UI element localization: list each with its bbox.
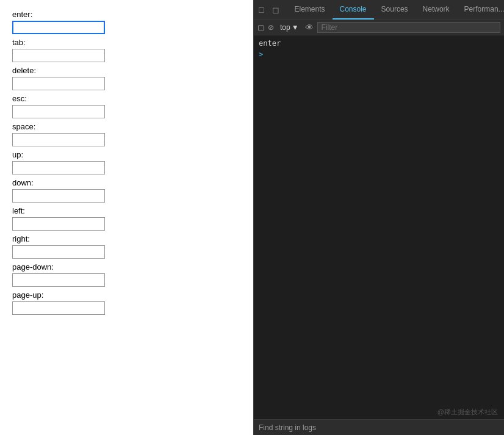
eye-icon[interactable]: 👁 <box>305 23 314 32</box>
filter-input[interactable] <box>317 22 500 33</box>
console-toolbar: ▢ ⊘ top ▼ 👁 <box>254 20 504 35</box>
find-bar-text: Find string in logs <box>259 423 316 432</box>
devtools-tabs: ElementsConsoleSourcesNetworkPerforman..… <box>287 0 504 20</box>
console-prompt-line: > <box>259 49 499 60</box>
field-label-enter: enter: <box>12 10 241 19</box>
field-label-page-down: page-down: <box>12 262 241 271</box>
devtools-toolbar: □ ◻ ElementsConsoleSourcesNetworkPerform… <box>254 0 504 20</box>
devtools-tab-sources[interactable]: Sources <box>374 0 416 20</box>
field-label-space: space: <box>12 122 241 131</box>
field-input-down[interactable] <box>12 189 105 203</box>
field-group-right: right: <box>12 234 241 259</box>
field-input-space[interactable] <box>12 133 105 146</box>
top-dropdown[interactable]: top ▼ <box>278 23 301 32</box>
field-group-down: down: <box>12 178 241 203</box>
field-label-down: down: <box>12 178 241 187</box>
device-icon[interactable]: ◻ <box>270 4 282 16</box>
field-input-page-up[interactable] <box>12 301 105 315</box>
devtools-tab-network[interactable]: Network <box>416 0 457 20</box>
field-input-esc[interactable] <box>12 105 105 118</box>
field-label-right: right: <box>12 234 241 243</box>
dropdown-arrow-icon: ▼ <box>292 23 299 32</box>
devtools-tab-console[interactable]: Console <box>333 0 374 20</box>
top-label: top <box>280 23 290 32</box>
clear-icon[interactable]: ▢ <box>257 23 264 32</box>
field-input-delete[interactable] <box>12 77 105 90</box>
devtools-tab-elements[interactable]: Elements <box>287 0 332 20</box>
field-input-right[interactable] <box>12 245 105 259</box>
console-entry-line: enter <box>259 38 499 49</box>
field-input-enter[interactable] <box>12 21 105 34</box>
left-panel: enter:tab:delete:esc:space:up:down:left:… <box>0 0 253 435</box>
field-label-left: left: <box>12 206 241 215</box>
field-label-tab: tab: <box>12 38 241 47</box>
field-label-page-up: page-up: <box>12 290 241 300</box>
field-group-delete: delete: <box>12 66 241 90</box>
no-entry-icon[interactable]: ⊘ <box>268 23 274 32</box>
field-input-up[interactable] <box>12 161 105 174</box>
field-group-space: space: <box>12 122 241 146</box>
field-group-page-down: page-down: <box>12 262 241 287</box>
fields-container: enter:tab:delete:esc:space:up:down:left:… <box>12 10 241 315</box>
field-input-left[interactable] <box>12 217 105 231</box>
devtools-icons: □ ◻ <box>256 4 287 16</box>
field-input-page-down[interactable] <box>12 273 105 287</box>
console-output: enter > <box>254 35 504 419</box>
field-label-esc: esc: <box>12 94 241 103</box>
devtools-tab-performan---[interactable]: Performan... <box>457 0 504 20</box>
field-group-up: up: <box>12 150 241 174</box>
field-group-enter: enter: <box>12 10 241 34</box>
field-group-esc: esc: <box>12 94 241 118</box>
field-input-tab[interactable] <box>12 49 105 62</box>
field-group-tab: tab: <box>12 38 241 62</box>
console-bottom-bar: Find string in logs <box>254 419 504 435</box>
devtools-panel: □ ◻ ElementsConsoleSourcesNetworkPerform… <box>253 0 504 435</box>
console-enter-text: enter <box>259 39 281 48</box>
field-group-page-up: page-up: <box>12 290 241 315</box>
console-prompt-icon: > <box>259 50 263 59</box>
field-label-delete: delete: <box>12 66 241 75</box>
field-label-up: up: <box>12 150 241 159</box>
field-group-left: left: <box>12 206 241 231</box>
inspect-icon[interactable]: □ <box>256 4 266 16</box>
watermark: @稀土掘金技术社区 <box>437 408 498 417</box>
